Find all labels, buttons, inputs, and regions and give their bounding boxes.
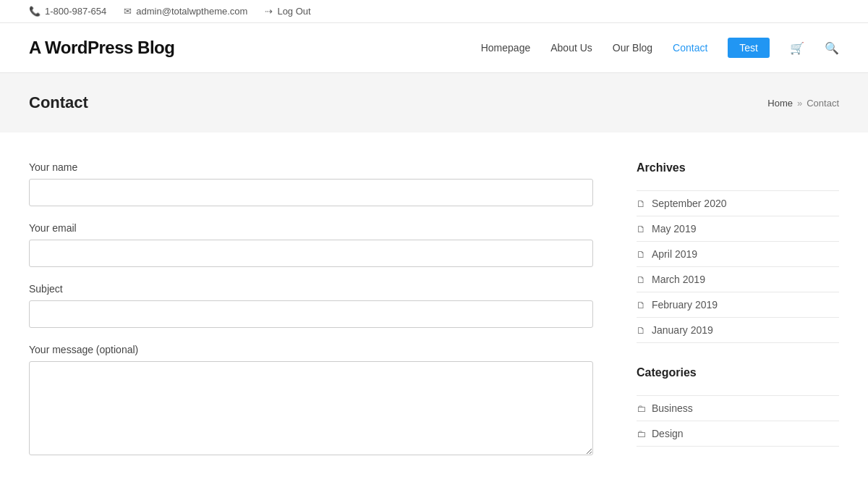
main-nav: Homepage About Us Our Blog Contact Test … [481,38,839,58]
subject-label: Subject [29,283,593,295]
email-input[interactable] [29,240,593,267]
subject-group: Subject [29,283,593,328]
nav-homepage[interactable]: Homepage [481,42,531,54]
subject-input[interactable] [29,300,593,328]
breadcrumb-separator: » [797,98,802,109]
folder-icon: 🗀 [637,429,646,439]
list-item[interactable]: 🗋January 2019 [637,318,839,343]
name-input[interactable] [29,179,593,206]
search-icon[interactable]: 🔍 [825,41,839,55]
nav-test-button[interactable]: Test [728,38,770,58]
nav-about-us[interactable]: About Us [550,42,592,54]
cart-icon[interactable]: 🛒 [790,41,804,55]
category-label: Design [652,428,684,439]
list-item[interactable]: 🗋April 2019 [637,242,839,267]
name-group: Your name [29,161,593,206]
email-label: Your email [29,222,593,234]
email-item: ✉ admin@totalwptheme.com [124,6,247,17]
categories-heading: Categories [637,366,839,385]
file-icon: 🗋 [637,300,646,311]
file-icon: 🗋 [637,198,646,209]
phone-number: 1-800-987-654 [45,6,106,17]
archive-label: March 2019 [652,274,705,285]
phone-icon: 📞 [29,6,41,17]
site-title[interactable]: A WordPress Blog [29,38,174,58]
archives-list: 🗋September 2020🗋May 2019🗋April 2019🗋Marc… [637,190,839,343]
logout-icon: ⇢ [265,6,273,17]
archives-heading: Archives [637,161,839,180]
file-icon: 🗋 [637,325,646,336]
name-label: Your name [29,161,593,173]
list-item[interactable]: 🗋September 2020 [637,190,839,216]
nav-contact[interactable]: Contact [673,42,707,54]
page-title: Contact [29,93,88,112]
file-icon: 🗋 [637,224,646,235]
email-icon: ✉ [124,6,132,17]
categories-list: 🗀Business🗀Design [637,395,839,447]
message-label: Your message (optional) [29,344,593,355]
list-item[interactable]: 🗋May 2019 [637,216,839,242]
phone-item: 📞 1-800-987-654 [29,6,106,17]
archive-label: February 2019 [652,299,718,311]
archives-section: Archives 🗋September 2020🗋May 2019🗋April … [637,161,839,343]
breadcrumb-home[interactable]: Home [767,98,793,109]
archive-label: May 2019 [652,223,696,235]
list-item[interactable]: 🗋February 2019 [637,292,839,318]
breadcrumb-current: Contact [807,98,839,109]
email-group: Your email [29,222,593,267]
email-address: admin@totalwptheme.com [136,6,247,17]
top-bar: 📞 1-800-987-654 ✉ admin@totalwptheme.com… [0,0,868,23]
sidebar: Archives 🗋September 2020🗋May 2019🗋April … [637,161,839,473]
contact-form-section: Your name Your email Subject Your messag… [29,161,593,473]
list-item[interactable]: 🗀Business [637,395,839,421]
message-group: Your message (optional) [29,344,593,457]
archive-label: January 2019 [652,324,713,336]
list-item[interactable]: 🗀Design [637,421,839,447]
page-header: Contact Home » Contact [0,73,868,132]
message-textarea[interactable] [29,361,593,455]
archive-label: September 2020 [652,198,727,209]
site-header: A WordPress Blog Homepage About Us Our B… [0,23,868,73]
main-content: Your name Your email Subject Your messag… [0,132,868,477]
archive-label: April 2019 [652,248,697,260]
file-icon: 🗋 [637,249,646,260]
logout-label[interactable]: Log Out [277,6,310,17]
breadcrumb: Home » Contact [767,98,839,109]
nav-our-blog[interactable]: Our Blog [613,42,652,54]
category-label: Business [652,402,693,414]
list-item[interactable]: 🗋March 2019 [637,267,839,292]
file-icon: 🗋 [637,274,646,285]
logout-item[interactable]: ⇢ Log Out [265,6,310,17]
folder-icon: 🗀 [637,403,646,414]
categories-section: Categories 🗀Business🗀Design [637,366,839,447]
